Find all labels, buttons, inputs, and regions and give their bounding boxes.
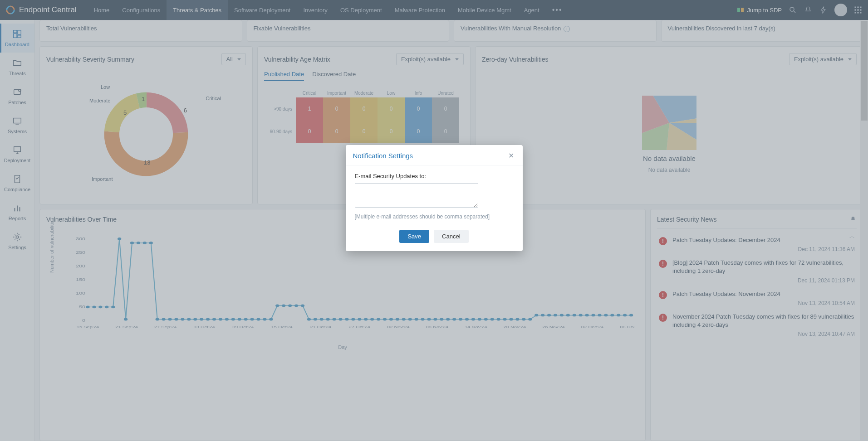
save-button[interactable]: Save <box>399 230 429 243</box>
email-label: E-mail Security Updates to: <box>355 173 514 179</box>
modal-title: Notification Settings <box>353 152 413 160</box>
close-icon[interactable]: ✕ <box>507 151 515 160</box>
notification-settings-modal: Notification Settings ✕ E-mail Security … <box>346 145 523 251</box>
email-textarea[interactable] <box>355 183 478 208</box>
cancel-button[interactable]: Cancel <box>434 230 468 243</box>
email-hint: [Multiple e-mail addresses should be com… <box>355 213 514 220</box>
